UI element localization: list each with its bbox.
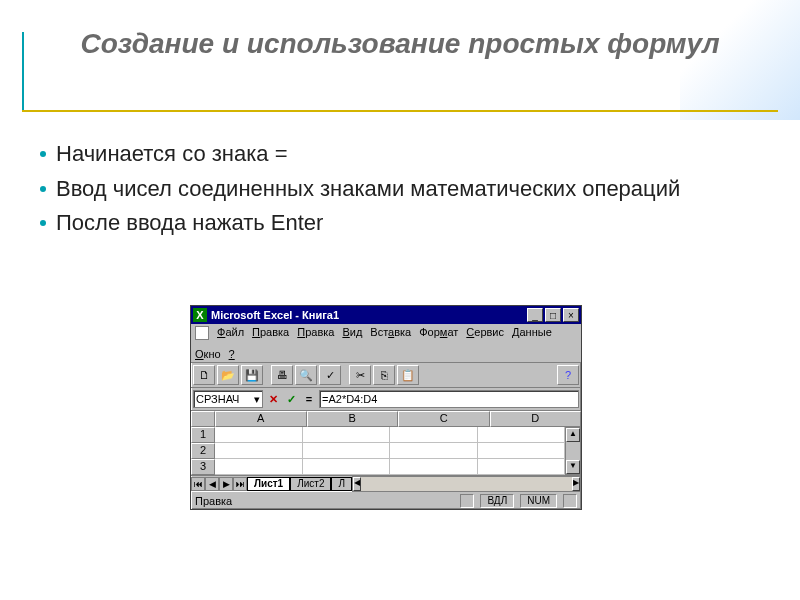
col-header-b[interactable]: B — [307, 411, 399, 427]
bullet-item: Начинается со знака = — [40, 140, 760, 169]
menu-data[interactable]: Данные — [512, 326, 552, 340]
dropdown-icon: ▾ — [254, 393, 260, 406]
status-indicator — [460, 494, 474, 508]
scroll-right-button[interactable]: ▶ — [572, 477, 580, 491]
status-mode: Правка — [195, 495, 295, 507]
equals-button[interactable]: = — [301, 391, 317, 407]
col-header-a[interactable]: A — [215, 411, 307, 427]
name-box[interactable]: СРЗНАЧ ▾ — [193, 390, 263, 408]
vertical-scrollbar[interactable]: ▲ ▼ — [565, 427, 581, 475]
menu-edit2[interactable]: Правка — [297, 326, 334, 340]
formula-text: =A2*D4:D4 — [322, 393, 377, 405]
cells-area[interactable] — [215, 427, 565, 475]
row-header-1[interactable]: 1 — [191, 427, 215, 443]
col-header-c[interactable]: C — [398, 411, 490, 427]
accent-vertical-line — [22, 32, 24, 112]
menu-window[interactable]: Окно — [195, 348, 221, 360]
cut-button[interactable]: ✂ — [349, 365, 371, 385]
row-headers: 1 2 3 — [191, 427, 215, 475]
help-button[interactable]: ? — [557, 365, 579, 385]
horizontal-scrollbar[interactable]: ◀ ▶ — [352, 476, 581, 492]
bullet-item: Ввод чисел соединенных знаками математич… — [40, 175, 760, 204]
status-indicator-vdl: ВДЛ — [480, 494, 514, 508]
minimize-button[interactable]: _ — [527, 308, 543, 322]
toolbar: 🗋 📂 💾 🖶 🔍 ✓ ✂ ⎘ 📋 ? — [191, 363, 581, 388]
menu-format[interactable]: Формат — [419, 326, 458, 340]
menu-edit[interactable]: Правка — [252, 326, 289, 340]
sheet-tab-1[interactable]: Лист1 — [247, 477, 290, 491]
status-indicator — [563, 494, 577, 508]
sheet-tab-3[interactable]: Л — [331, 477, 352, 491]
sheet-tabs-row: ⏮ ◀ ▶ ⏭ Лист1 Лист2 Л ◀ ▶ — [191, 475, 581, 491]
menu-service[interactable]: Сервис — [466, 326, 504, 340]
document-icon — [195, 326, 209, 340]
cancel-formula-button[interactable]: ✕ — [265, 391, 281, 407]
preview-button[interactable]: 🔍 — [295, 365, 317, 385]
sheet-tab-2[interactable]: Лист2 — [290, 477, 331, 491]
close-button[interactable]: × — [563, 308, 579, 322]
excel-window: X Microsoft Excel - Книга1 _ □ × Файл Пр… — [190, 305, 582, 510]
print-button[interactable]: 🖶 — [271, 365, 293, 385]
col-header-d[interactable]: D — [490, 411, 582, 427]
menu-file[interactable]: Файл — [217, 326, 244, 340]
window-title: Microsoft Excel - Книга1 — [211, 309, 525, 321]
tab-next-button[interactable]: ▶ — [219, 477, 233, 491]
row-header-2[interactable]: 2 — [191, 443, 215, 459]
spellcheck-button[interactable]: ✓ — [319, 365, 341, 385]
open-button[interactable]: 📂 — [217, 365, 239, 385]
menu-view[interactable]: Вид — [342, 326, 362, 340]
row-header-3[interactable]: 3 — [191, 459, 215, 475]
copy-button[interactable]: ⎘ — [373, 365, 395, 385]
scroll-left-button[interactable]: ◀ — [353, 477, 361, 491]
maximize-button[interactable]: □ — [545, 308, 561, 322]
title-underline — [22, 110, 778, 112]
menu-insert[interactable]: Вставка — [370, 326, 411, 340]
titlebar: X Microsoft Excel - Книга1 _ □ × — [191, 306, 581, 324]
formula-input[interactable]: =A2*D4:D4 — [319, 390, 579, 408]
slide-title: Создание и использование простых формул — [40, 28, 760, 66]
scroll-down-button[interactable]: ▼ — [566, 460, 580, 474]
status-bar: Правка ВДЛ NUM — [191, 491, 581, 509]
tab-first-button[interactable]: ⏮ — [191, 477, 205, 491]
column-headers: A B C D — [191, 411, 581, 427]
confirm-formula-button[interactable]: ✓ — [283, 391, 299, 407]
status-indicator-num: NUM — [520, 494, 557, 508]
bullet-item: После ввода нажать Enter — [40, 209, 760, 238]
menu-help[interactable]: ? — [229, 348, 235, 360]
paste-button[interactable]: 📋 — [397, 365, 419, 385]
excel-icon: X — [193, 308, 207, 322]
tab-prev-button[interactable]: ◀ — [205, 477, 219, 491]
scroll-up-button[interactable]: ▲ — [566, 428, 580, 442]
menubar: Файл Правка Правка Вид Вставка Формат Се… — [191, 324, 581, 363]
tab-last-button[interactable]: ⏭ — [233, 477, 247, 491]
save-button[interactable]: 💾 — [241, 365, 263, 385]
spreadsheet-grid: A B C D 1 2 3 ▲ ▼ — [191, 411, 581, 475]
formula-bar: СРЗНАЧ ▾ ✕ ✓ = =A2*D4:D4 — [191, 388, 581, 411]
name-box-text: СРЗНАЧ — [196, 393, 239, 405]
select-all-corner[interactable] — [191, 411, 215, 427]
new-button[interactable]: 🗋 — [193, 365, 215, 385]
bullet-list: Начинается со знака = Ввод чисел соедине… — [40, 140, 760, 244]
